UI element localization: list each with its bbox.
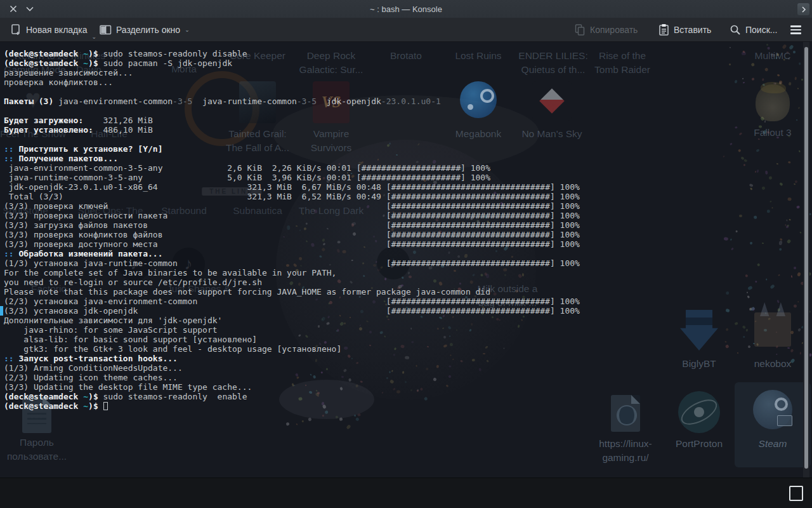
paste-icon — [658, 23, 669, 36]
split-window-label: Разделить окно — [116, 25, 180, 35]
terminal-line: (2/3) установка java-environment-common … — [4, 297, 580, 306]
terminal-line: alsa-lib: for basic sound support [устан… — [4, 335, 580, 344]
terminal-line: java-environment-common-3-5-any 2,6 KiB … — [4, 163, 580, 173]
terminal-scrollbar-thumb[interactable] — [804, 47, 808, 469]
terminal-line: (deck@steamdeck ~)$ sudo steamos-readonl… — [4, 49, 580, 58]
terminal-line: :: Запуск post-transaction hooks... — [4, 354, 580, 363]
terminal-line: Дополнительные зависимости для 'jdk-open… — [4, 316, 580, 325]
terminal-line: (3/3) проверка ключей [#################… — [4, 201, 580, 211]
terminal-line: For the complete set of Java binaries to… — [4, 268, 580, 277]
chevron-right-icon — [801, 6, 806, 13]
hamburger-icon — [790, 25, 801, 34]
copy-icon — [574, 23, 586, 36]
search-label: Поиск... — [745, 25, 777, 35]
terminal-line: (deck@steamdeck ~)$ sudo steamos-readonl… — [4, 392, 580, 401]
search-button[interactable]: Поиск... — [730, 18, 777, 42]
window-title: ~ : bash — Konsole — [0, 4, 812, 14]
terminal-line — [4, 135, 580, 144]
konsole-toolbar: Новая вкладка ⌄ Разделить окно ⌄ Копиров… — [0, 18, 812, 42]
terminal-line: Total (3/3) 321,3 MiB 6,52 MiB/s 00:49 [… — [4, 192, 580, 201]
paste-button[interactable]: Вставить — [658, 18, 711, 42]
split-window-button[interactable]: Разделить окно ⌄ — [100, 18, 190, 42]
menu-button[interactable] — [790, 18, 801, 42]
terminal-line: Пакеты (3) java-environment-common-3-5 j… — [4, 97, 580, 106]
terminal-line: (3/3) проверка конфликтов файлов [######… — [4, 230, 580, 239]
terminal-line: :: Обработка изменений пакета... — [4, 249, 580, 258]
terminal-line: (3/3) проверка целостности пакета [#####… — [4, 211, 580, 220]
new-tab-label: Новая вкладка — [26, 25, 88, 35]
new-tab-button[interactable]: Новая вкладка ⌄ — [10, 18, 96, 42]
terminal-line — [4, 106, 580, 116]
chevron-down-icon — [26, 6, 34, 11]
search-icon — [730, 24, 741, 36]
copy-label: Копировать — [590, 25, 638, 35]
terminal-line: (3/3) Updating the desktop file MIME typ… — [4, 382, 580, 392]
new-tab-icon — [10, 23, 22, 36]
split-window-icon — [100, 25, 112, 35]
terminal-line: Please note that this package does not s… — [4, 287, 580, 297]
terminal-line: you need to re-login or source /etc/prof… — [4, 277, 580, 287]
titlebar-arrow-button[interactable] — [797, 3, 809, 15]
close-icon — [10, 5, 17, 13]
terminal-line: (1/3) установка java-runtime-common [###… — [4, 258, 580, 268]
terminal-line: (deck@steamdeck ~)$ — [4, 401, 580, 411]
terminal-line: (3/3) установка jdk-openjdk [###########… — [4, 306, 580, 316]
terminal-line: (3/3) загрузка файлов пакетов [#########… — [4, 220, 580, 230]
split-window-dropdown-icon[interactable]: ⌄ — [185, 27, 190, 33]
terminal-line: (3/3) проверка доступного места [#######… — [4, 239, 580, 249]
terminal-line: gtk3: for the Gtk+ 3 look and feel - des… — [4, 344, 580, 354]
taskbar: us 15% 15:24 02.01.2026 — [0, 478, 812, 508]
terminal-line: (2/3) Updating icon theme caches... — [4, 373, 580, 382]
window-close-button[interactable] — [5, 1, 22, 17]
terminal-line: java-runtime-common-3-5-any 5,0 KiB 3,96… — [4, 173, 580, 182]
terminal-line: :: Получение пакетов... — [4, 154, 580, 163]
show-desktop-button[interactable] — [789, 486, 803, 501]
terminal-line: Будет установлено: 486,10 MiB — [4, 125, 580, 135]
paste-label: Вставить — [674, 25, 711, 35]
terminal-line: java-rhino: for some JavaScript support — [4, 325, 580, 335]
window-menu-button[interactable] — [22, 1, 38, 17]
terminal-content: (deck@steamdeck ~)$ sudo steamos-readonl… — [4, 49, 580, 411]
screen: Return toGaming Mode20 Minutes TillDawnM… — [0, 0, 812, 508]
terminal-line — [4, 87, 580, 97]
new-tab-dropdown-icon[interactable]: ⌄ — [92, 34, 97, 40]
terminal-line: :: Приступить к установке? [Y/n] — [4, 144, 580, 154]
terminal-line: jdk-openjdk-23.0.1.u0-1-x86_64 321,3 MiB… — [4, 182, 580, 192]
terminal-line: Будет загружено: 321,26 MiB — [4, 116, 580, 125]
terminal-cursor — [103, 402, 108, 410]
terminal-line: проверка конфликтов... — [4, 77, 580, 87]
terminal-line: (1/3) Arming ConditionNeedsUpdate... — [4, 363, 580, 373]
terminal-line: (deck@steamdeck ~)$ sudo pacman -S jdk-o… — [4, 58, 580, 68]
copy-button[interactable]: Копировать — [574, 18, 638, 42]
window-titlebar: ~ : bash — Konsole — [0, 0, 812, 18]
selection-marker — [0, 306, 3, 316]
terminal-line: разрешение зависимостей... — [4, 68, 580, 77]
